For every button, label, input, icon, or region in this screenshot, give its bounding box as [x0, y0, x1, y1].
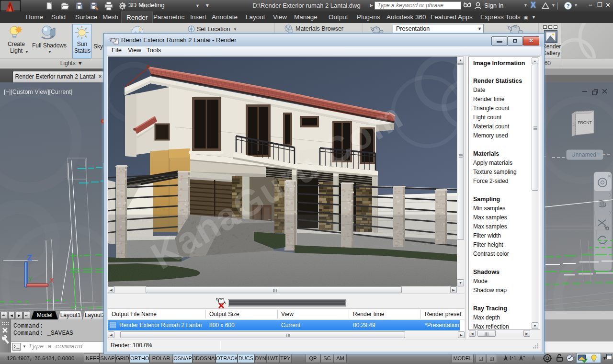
svg-text:X: X [49, 276, 54, 284]
svg-text:J1: J1 [573, 123, 576, 126]
svg-text:Y: Y [28, 275, 33, 283]
svg-text:Z: Z [27, 253, 32, 262]
svg-text:Unnamed: Unnamed [571, 151, 596, 158]
svg-text:FRONT: FRONT [578, 120, 591, 125]
svg-text:[−][Custom View][Current]: [−][Custom View][Current] [4, 89, 72, 95]
svg-text:?: ? [567, 3, 570, 9]
svg-text:1:1: 1:1 [509, 355, 516, 361]
